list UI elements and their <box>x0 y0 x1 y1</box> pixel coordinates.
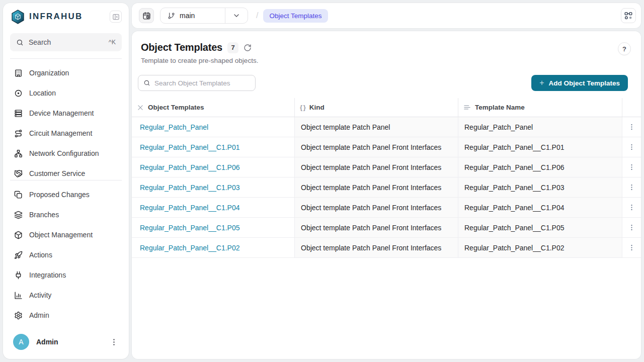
refresh-button[interactable] <box>244 44 252 52</box>
kebab-icon <box>110 338 118 346</box>
kebab-icon <box>628 163 635 171</box>
page-title: Object Templates <box>141 42 222 53</box>
object-template-link[interactable]: Regular_Patch_Panel__C1.P02 <box>140 244 239 252</box>
kebab-icon <box>628 204 635 211</box>
kebab-icon <box>628 244 635 251</box>
search-icon <box>16 39 24 46</box>
sidebar-item-branches[interactable]: Branches <box>3 205 129 225</box>
plus-icon: + <box>539 79 544 87</box>
table-search-input[interactable] <box>154 79 250 87</box>
branch-name: main <box>180 12 195 20</box>
cell-kind: Object template Patch Panel Front Interf… <box>294 157 458 177</box>
time-travel-button[interactable] <box>139 8 154 23</box>
table-row: Regular_Patch_Panel__C1.P03 Object templ… <box>132 177 641 198</box>
cell-object-template: Regular_Patch_Panel__C1.P01 <box>132 137 294 157</box>
user-menu-button[interactable] <box>108 336 120 348</box>
cell-actions <box>622 218 641 237</box>
sidebar-item-network-configuration[interactable]: Network Configuration <box>3 143 129 163</box>
workflow-icon <box>624 11 633 20</box>
gear-icon <box>14 311 23 320</box>
sidebar-item-label: Device Management <box>29 109 94 117</box>
sidebar-item-label: Customer Service <box>29 169 85 177</box>
help-button[interactable]: ? <box>618 42 631 55</box>
git-branch-icon <box>168 12 175 20</box>
cell-actions <box>622 157 641 177</box>
column-header-label: Object Templates <box>148 104 204 111</box>
sidebar: INFRAHUB Search ^K Organization Location… <box>3 3 129 359</box>
handshake-icon <box>14 169 23 178</box>
schema-button[interactable] <box>621 8 636 23</box>
column-header-label: Kind <box>309 104 325 111</box>
cell-actions <box>622 137 641 157</box>
avatar: A <box>13 334 29 350</box>
refresh-icon <box>244 44 252 52</box>
kebab-icon <box>628 143 635 151</box>
row-menu-button[interactable] <box>625 241 639 255</box>
sidebar-item-device-management[interactable]: Device Management <box>3 103 129 123</box>
user-name: Admin <box>36 338 101 346</box>
sidebar-item-label: Organization <box>29 69 69 77</box>
page-header: Object Templates 7 Template to create pr… <box>132 31 641 64</box>
bar-chart-icon <box>14 291 23 300</box>
sidebar-item-customer-service[interactable]: Customer Service <box>3 163 129 180</box>
row-menu-button[interactable] <box>625 221 639 235</box>
sidebar-item-circuit-management[interactable]: Circuit Management <box>3 123 129 143</box>
cell-object-template: Regular_Patch_Panel__C1.P03 <box>132 177 294 197</box>
cell-template-name: Regular_Patch_Panel__C1.P02 <box>458 238 622 257</box>
cell-object-template: Regular_Patch_Panel__C1.P04 <box>132 198 294 217</box>
sidebar-secondary-nav: Proposed Changes Branches Object Managem… <box>3 180 129 325</box>
breadcrumb-current[interactable]: Object Templates <box>263 9 328 23</box>
main-content: Object Templates 7 Template to create pr… <box>132 31 641 359</box>
server-icon <box>14 109 23 118</box>
object-template-link[interactable]: Regular_Patch_Panel__C1.P01 <box>140 143 239 151</box>
table-row: Regular_Patch_Panel Object template Patc… <box>132 117 641 137</box>
row-menu-button[interactable] <box>625 201 639 215</box>
object-template-link[interactable]: Regular_Patch_Panel__C1.P06 <box>140 163 239 171</box>
panel-collapse-icon <box>112 13 120 21</box>
sidebar-collapse-button[interactable] <box>110 11 122 23</box>
row-menu-button[interactable] <box>625 160 639 174</box>
sidebar-header: INFRAHUB <box>3 3 129 30</box>
table-row: Regular_Patch_Panel__C1.P02 Object templ… <box>132 238 641 258</box>
row-menu-button[interactable] <box>625 120 639 134</box>
sidebar-item-integrations[interactable]: Integrations <box>3 265 129 285</box>
topbar: main / Object Templates <box>132 3 641 28</box>
building-icon <box>14 69 23 77</box>
sidebar-item-label: Actions <box>29 251 52 259</box>
object-template-link[interactable]: Regular_Patch_Panel__C1.P03 <box>140 184 239 192</box>
object-template-link[interactable]: Regular_Patch_Panel__C1.P05 <box>140 224 239 232</box>
sidebar-item-label: Activity <box>29 291 51 299</box>
cell-template-name: Regular_Patch_Panel <box>458 117 622 137</box>
object-template-link[interactable]: Regular_Patch_Panel <box>140 123 208 131</box>
column-header-actions <box>622 98 641 117</box>
object-template-link[interactable]: Regular_Patch_Panel__C1.P04 <box>140 204 239 212</box>
table-header-row: Object Templates { } Kind Template Name <box>132 98 641 117</box>
sidebar-item-proposed-changes[interactable]: Proposed Changes <box>3 185 129 205</box>
add-object-templates-button[interactable]: + Add Object Templates <box>531 75 628 91</box>
sidebar-item-admin[interactable]: Admin <box>3 305 129 325</box>
sidebar-item-location[interactable]: Location <box>3 83 129 103</box>
row-menu-button[interactable] <box>625 140 639 154</box>
column-header-kind: { } Kind <box>294 98 458 117</box>
sidebar-item-organization[interactable]: Organization <box>3 63 129 83</box>
location-icon <box>14 89 23 98</box>
network-icon <box>14 149 23 158</box>
page-subtitle: Template to create pre-shaped objects. <box>141 57 629 64</box>
sidebar-item-label: Location <box>29 89 56 97</box>
cell-kind: Object template Patch Panel Front Interf… <box>294 137 458 157</box>
branch-selector-caret[interactable] <box>225 8 248 23</box>
sidebar-item-label: Circuit Management <box>29 129 92 137</box>
sidebar-search[interactable]: Search ^K <box>10 33 122 51</box>
tools-icon <box>137 104 144 111</box>
branch-selector[interactable]: main <box>160 8 248 24</box>
sidebar-item-activity[interactable]: Activity <box>3 285 129 305</box>
calendar-clock-icon <box>142 12 151 20</box>
cell-template-name: Regular_Patch_Panel__C1.P04 <box>458 198 622 217</box>
app-wordmark: INFRAHUB <box>29 12 105 22</box>
sidebar-item-actions[interactable]: Actions <box>3 245 129 265</box>
sidebar-item-object-management[interactable]: Object Management <box>3 225 129 245</box>
copy-icon <box>14 191 23 199</box>
cell-object-template: Regular_Patch_Panel <box>132 117 294 137</box>
sidebar-item-label: Object Management <box>29 231 93 239</box>
row-menu-button[interactable] <box>625 180 639 195</box>
